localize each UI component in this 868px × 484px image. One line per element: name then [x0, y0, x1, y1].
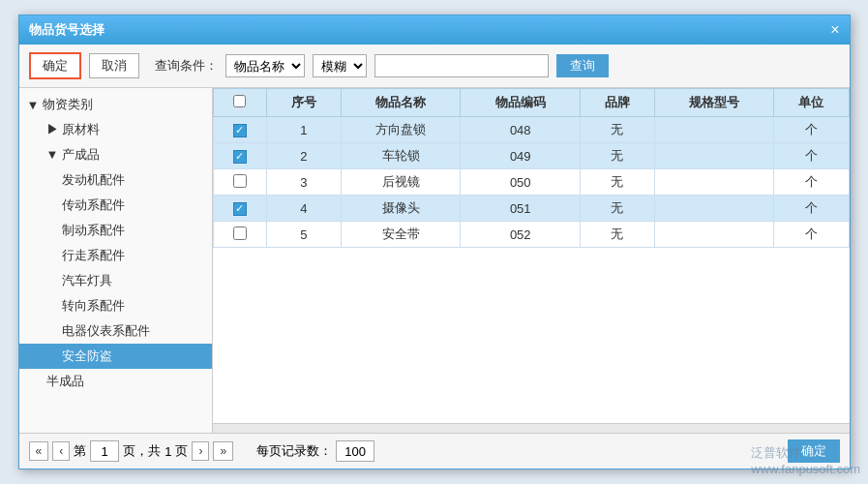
sidebar-item-brake[interactable]: 制动系配件: [19, 218, 212, 243]
toolbar: 确定 取消 查询条件： 物品名称 物品编码 品牌 模糊 精确 查询: [19, 45, 850, 88]
mode-select[interactable]: 模糊 精确: [313, 54, 367, 77]
cell-spec: [654, 169, 774, 196]
per-page-input[interactable]: [336, 440, 374, 462]
sidebar-item-label: 安全防盗: [62, 348, 112, 363]
sidebar-item-label: 传动系配件: [62, 197, 125, 212]
query-condition-label: 查询条件：: [155, 57, 218, 75]
cell-code: 048: [461, 117, 581, 143]
page-input[interactable]: [90, 440, 119, 462]
total-pages-suffix: 页: [175, 442, 188, 460]
sidebar-item-label: 半成品: [46, 374, 84, 388]
cell-spec: [654, 117, 774, 143]
cell-spec: [654, 196, 774, 222]
arrow-right-icon: ▶: [46, 122, 63, 136]
sidebar-item-semi-finished[interactable]: 半成品: [19, 369, 212, 394]
content-area: ▼ 物资类别 ▶ 原材料 ▼ 产成品 发动机配件 传动系配件 制动系配件 行走系…: [19, 88, 850, 433]
main-dialog: 物品货号选择 × 确定 取消 查询条件： 物品名称 物品编码 品牌 模糊 精确 …: [18, 15, 851, 469]
page-prefix: 第: [74, 442, 86, 460]
sidebar-item-label: 发动机配件: [62, 172, 125, 187]
watermark-line2: www.fanpusoft.com: [751, 462, 860, 476]
sidebar-root[interactable]: ▼ 物资类别: [19, 92, 212, 117]
sidebar-item-label: 产成品: [62, 147, 100, 162]
cell-name: 车轮锁: [341, 143, 461, 169]
field-select[interactable]: 物品名称 物品编码 品牌: [225, 54, 305, 77]
cell-brand: 无: [580, 169, 654, 196]
sidebar-item-label: 电器仪表系配件: [62, 323, 150, 338]
table-row[interactable]: 3后视镜050无个: [213, 169, 849, 196]
sidebar-item-security[interactable]: 安全防盗: [19, 344, 212, 369]
scrollbar-track: [213, 424, 850, 434]
watermark-line1: 泛普软件: [751, 444, 860, 462]
cell-code: 049: [461, 143, 581, 169]
sidebar-item-engine[interactable]: 发动机配件: [19, 167, 212, 193]
cancel-button[interactable]: 取消: [89, 53, 139, 78]
sidebar-item-raw-material[interactable]: ▶ 原材料: [19, 117, 212, 142]
cell-no: 2: [266, 143, 341, 169]
data-table: 序号 物品名称 物品编码 品牌 规格型号 单位 ✓1方向盘锁048无个✓2车轮锁…: [213, 88, 850, 248]
cell-code: 051: [461, 196, 581, 222]
table-row[interactable]: ✓1方向盘锁048无个: [213, 117, 849, 143]
query-button[interactable]: 查询: [556, 54, 609, 77]
sidebar-item-label: 原材料: [62, 122, 100, 136]
cell-brand: 无: [580, 222, 654, 248]
pagination: « ‹ 第 页，共 1 页 › » 每页记录数：: [29, 440, 774, 462]
sidebar-item-lights[interactable]: 汽车灯具: [19, 268, 212, 293]
table-row[interactable]: 5安全带052无个: [213, 222, 849, 248]
sidebar-item-label: 汽车灯具: [62, 273, 112, 287]
cell-no: 4: [266, 196, 341, 222]
sidebar-item-finished-product[interactable]: ▼ 产成品: [19, 142, 212, 167]
col-header-brand: 品牌: [580, 89, 654, 117]
last-page-button[interactable]: »: [213, 441, 233, 461]
scrollbar[interactable]: [213, 423, 850, 433]
row-checkbox[interactable]: [233, 174, 247, 188]
select-all-checkbox[interactable]: [233, 95, 246, 107]
cell-no: 3: [266, 169, 341, 196]
sidebar-item-steering[interactable]: 转向系配件: [19, 293, 212, 318]
row-checkbox-checked[interactable]: ✓: [233, 150, 247, 164]
col-header-no: 序号: [266, 89, 341, 117]
dialog-titlebar: 物品货号选择 ×: [19, 15, 850, 45]
sidebar-item-running[interactable]: 行走系配件: [19, 243, 212, 268]
sidebar-item-label: 转向系配件: [62, 298, 125, 313]
cell-code: 050: [461, 169, 581, 196]
col-header-code: 物品编码: [461, 89, 581, 117]
page-suffix: 页，共: [123, 442, 161, 460]
arrow-down-icon: ▼: [46, 147, 62, 162]
row-checkbox-checked[interactable]: ✓: [233, 124, 247, 137]
cell-spec: [654, 143, 774, 169]
cell-name: 方向盘锁: [341, 117, 461, 143]
prev-page-button[interactable]: ‹: [52, 441, 70, 461]
sidebar-item-transmission[interactable]: 传动系配件: [19, 193, 212, 218]
table-row[interactable]: ✓2车轮锁049无个: [213, 143, 849, 169]
total-pages: 1: [165, 444, 171, 459]
cell-brand: 无: [580, 143, 654, 169]
sidebar: ▼ 物资类别 ▶ 原材料 ▼ 产成品 发动机配件 传动系配件 制动系配件 行走系…: [19, 88, 213, 433]
per-page-label: 每页记录数：: [256, 442, 332, 460]
arrow-down-icon: ▼: [27, 98, 40, 112]
sidebar-item-label: 行走系配件: [62, 248, 125, 262]
cell-name: 后视镜: [341, 169, 461, 196]
cell-unit: 个: [774, 196, 849, 222]
table-row[interactable]: ✓4摄像头051无个: [213, 196, 849, 222]
col-header-spec: 规格型号: [654, 89, 774, 117]
row-checkbox[interactable]: [233, 227, 247, 240]
first-page-button[interactable]: «: [29, 441, 49, 461]
cell-name: 摄像头: [341, 196, 461, 222]
row-checkbox-checked[interactable]: ✓: [233, 202, 247, 216]
cell-brand: 无: [580, 196, 654, 222]
search-input[interactable]: [374, 54, 549, 77]
confirm-button[interactable]: 确定: [29, 52, 81, 79]
cell-no: 5: [266, 222, 341, 248]
next-page-button[interactable]: ›: [192, 441, 209, 461]
cell-unit: 个: [774, 222, 849, 248]
cell-brand: 无: [580, 117, 654, 143]
close-button[interactable]: ×: [830, 22, 839, 38]
table-wrapper: 序号 物品名称 物品编码 品牌 规格型号 单位 ✓1方向盘锁048无个✓2车轮锁…: [213, 88, 850, 423]
cell-unit: 个: [774, 169, 849, 196]
sidebar-item-electronics[interactable]: 电器仪表系配件: [19, 318, 212, 344]
col-header-name: 物品名称: [341, 89, 461, 117]
cell-unit: 个: [774, 143, 849, 169]
watermark: 泛普软件 www.fanpusoft.com: [751, 444, 860, 476]
sidebar-root-label: 物资类别: [43, 96, 93, 113]
col-header-checkbox: [213, 89, 266, 117]
